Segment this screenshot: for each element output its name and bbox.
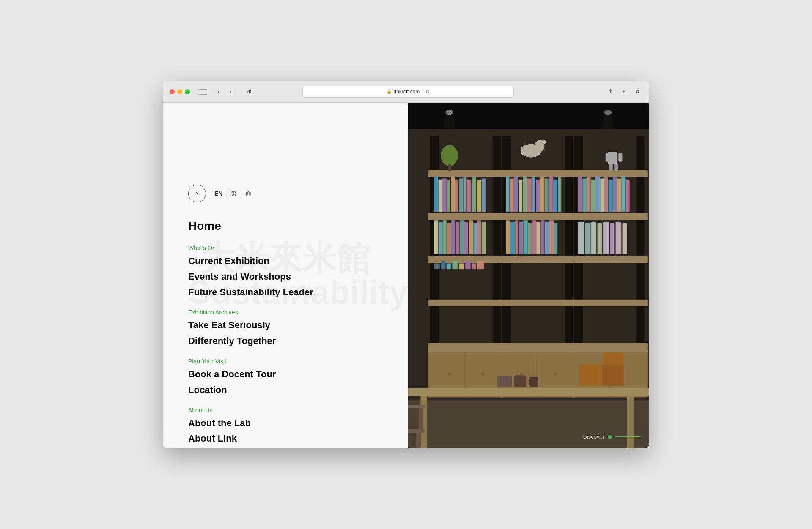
lock-icon: 🔒	[387, 89, 392, 94]
nav-item-about-lab[interactable]: About the Lab	[188, 417, 383, 430]
close-traffic-light[interactable]	[170, 89, 175, 94]
url-bar[interactable]: 🔒 linkreit.com ↻	[302, 86, 514, 98]
share-button[interactable]: ⬆	[605, 87, 615, 97]
tabs-button[interactable]: ⧉	[632, 87, 642, 97]
maximize-traffic-light[interactable]	[185, 89, 190, 94]
url-text: linkreit.com	[394, 89, 420, 95]
discover-dot	[608, 435, 612, 439]
nav-category-exhibition-archives: Exhibition Archives	[188, 309, 383, 316]
nav-group-whats-on: What's On Current Exhibition Events and …	[188, 245, 383, 299]
nav-item-book-docent-tour[interactable]: Book a Docent Tour	[188, 368, 383, 381]
nav-item-about-link[interactable]: About Link	[188, 432, 383, 445]
shelf-scene-svg	[408, 103, 649, 448]
browser-actions: ⬆ + ⧉	[605, 87, 642, 97]
nav-item-differently-together[interactable]: Differently Together	[188, 335, 383, 348]
nav-group-plan-visit: Plan Your Visit Book a Docent Tour Locat…	[188, 358, 383, 397]
close-menu-button[interactable]: ×	[188, 185, 206, 202]
nav-item-events-workshops[interactable]: Events and Workshops	[188, 270, 383, 284]
svg-rect-144	[408, 103, 649, 448]
discover-line	[615, 436, 641, 437]
lang-simplified[interactable]: 簡	[245, 190, 251, 197]
back-button[interactable]: ‹	[214, 87, 224, 97]
minimize-traffic-light[interactable]	[177, 89, 182, 94]
browser-content: 大米來米館Sustainability Lab × EN | 繁 | 簡 Hom…	[163, 103, 649, 448]
browser-chrome: ‹ › ⊕ 🔒 linkreit.com ↻ ⬆ + ⧉	[163, 81, 649, 103]
nav-item-location[interactable]: Location	[188, 384, 383, 397]
nav-item-take-eat-seriously[interactable]: Take Eat Seriously	[188, 319, 383, 332]
image-panel: Discover	[408, 103, 649, 448]
nav-home-link[interactable]: Home	[188, 219, 383, 233]
lang-en[interactable]: EN	[214, 190, 222, 197]
new-tab-button[interactable]: +	[619, 87, 629, 97]
browser-window: ‹ › ⊕ 🔒 linkreit.com ↻ ⬆ + ⧉ 大米來米館Sustai…	[163, 81, 649, 448]
nav-category-whats-on: What's On	[188, 245, 383, 251]
lang-traditional[interactable]: 繁	[231, 190, 237, 197]
menu-panel: 大米來米館Sustainability Lab × EN | 繁 | 簡 Hom…	[163, 103, 408, 448]
forward-button[interactable]: ›	[225, 87, 236, 97]
sidebar-toggle[interactable]	[198, 89, 207, 95]
lang-divider-2: |	[240, 190, 242, 197]
discover-bar: Discover	[583, 434, 641, 440]
shield-icon: ⊕	[244, 87, 254, 97]
reload-icon[interactable]: ↻	[425, 89, 430, 95]
nav-category-about-us: About Us	[188, 407, 383, 414]
nav-category-plan-visit: Plan Your Visit	[188, 358, 383, 365]
menu-header: × EN | 繁 | 簡	[188, 180, 383, 202]
language-switcher: EN | 繁 | 簡	[214, 190, 251, 197]
traffic-lights	[170, 89, 190, 94]
close-icon: ×	[195, 190, 199, 197]
nav-buttons: ‹ ›	[214, 87, 236, 97]
nav-item-future-sustainability[interactable]: Future Sustainability Leader	[188, 286, 383, 299]
nav-group-about-us: About Us About the Lab About Link	[188, 407, 383, 446]
lang-divider-1: |	[226, 190, 228, 197]
nav-item-current-exhibition[interactable]: Current Exhibition	[188, 255, 383, 268]
discover-label: Discover	[583, 434, 604, 440]
nav-group-exhibition-archives: Exhibition Archives Take Eat Seriously D…	[188, 309, 383, 348]
